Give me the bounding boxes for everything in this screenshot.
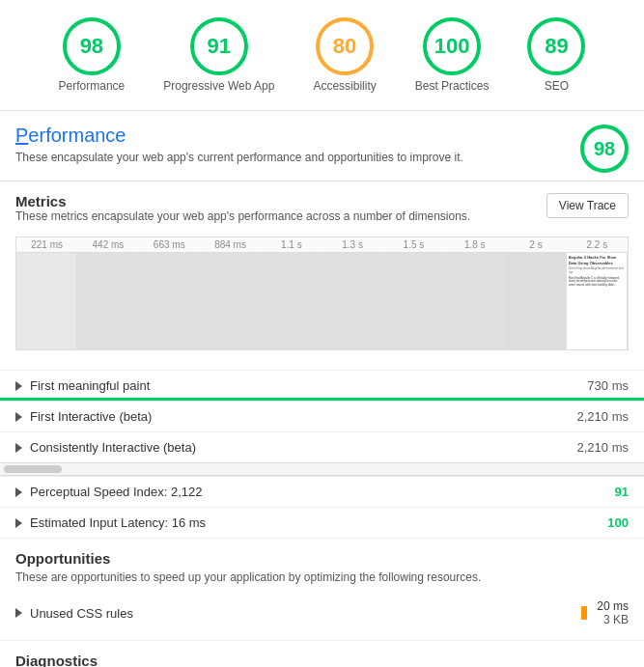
score-label-best-practices: Best Practices	[415, 79, 490, 93]
opportunities-title: Opportunities	[15, 550, 629, 567]
chevron-icon-1	[15, 412, 22, 422]
timeline-label-6: 1.5 s	[383, 239, 444, 250]
metric-value-2: 2,210 ms	[577, 440, 629, 455]
metric-row-first-interactive[interactable]: First Interactive (beta) 2,210 ms	[0, 401, 644, 431]
frame-1	[77, 253, 138, 349]
metric-name-0: First meaningful paint	[30, 378, 579, 393]
score-card-pwa[interactable]: 91 Progressive Web App	[144, 10, 294, 100]
score-label-pwa: Progressive Web App	[163, 79, 274, 93]
score-card-best-practices[interactable]: 100 Best Practices	[396, 10, 509, 100]
score-circle-performance: 98	[63, 17, 121, 75]
opp-values: 20 ms 3 KB	[597, 599, 629, 626]
perf-title-p: P	[15, 125, 28, 146]
frame-9: Angular 5 Hacks For Slow Data Using Obse…	[567, 253, 628, 349]
opportunities-desc: These are opportunities to speed up your…	[15, 570, 629, 584]
chevron-icon-4	[15, 518, 22, 528]
chevron-icon-2	[15, 443, 22, 453]
frame-7	[444, 253, 505, 349]
horizontal-scrollbar[interactable]	[0, 462, 644, 476]
frame-0	[16, 253, 77, 349]
frame-6	[383, 253, 444, 349]
metric-name-2: Consistently Interactive (beta)	[30, 440, 570, 455]
view-trace-button[interactable]: View Trace	[546, 193, 629, 218]
score-label-performance: Performance	[59, 79, 126, 93]
timeline-label-7: 1.8 s	[444, 239, 505, 250]
metric-score-latency: 100	[600, 515, 629, 530]
diagnostics-section: Diagnostics More information about the p…	[0, 640, 644, 667]
perf-score-circle: 98	[580, 125, 629, 173]
perf-title-rest: erformance	[28, 125, 126, 146]
timeline-label-5: 1.3 s	[322, 239, 382, 250]
opp-row-unused-css[interactable]: Unused CSS rules 20 ms 3 KB	[15, 594, 629, 632]
metric-name-perceptual: Perceptual Speed Index: 2,122	[30, 485, 592, 499]
score-circle-seo: 89	[527, 17, 585, 75]
timeline-label-2: 663 ms	[139, 239, 200, 250]
timeline-label-1: 442 ms	[77, 239, 138, 250]
timeline-labels: 221 ms 442 ms 663 ms 884 ms 1.1 s 1.3 s …	[16, 237, 628, 253]
opp-bar	[581, 606, 587, 620]
chevron-icon-3	[15, 487, 22, 497]
diagnostics-title: Diagnostics	[15, 653, 629, 667]
score-card-performance[interactable]: 98 Performance	[40, 10, 145, 100]
score-circle-pwa: 91	[190, 17, 248, 75]
opp-value-ms: 20 ms	[597, 599, 629, 613]
frame-8	[505, 253, 566, 349]
metric-name-latency: Estimated Input Latency: 16 ms	[30, 515, 592, 530]
opp-value-kb: 3 KB	[603, 613, 629, 626]
timeline: 221 ms 442 ms 663 ms 884 ms 1.1 s 1.3 s …	[15, 236, 629, 350]
perf-subtitle: These encapsulate your web app's current…	[15, 151, 463, 164]
opportunities-section: Opportunities These are opportunities to…	[0, 538, 644, 640]
score-circle-accessibility: 80	[316, 17, 374, 75]
metric-row-input-latency[interactable]: Estimated Input Latency: 16 ms 100	[0, 507, 644, 538]
timeline-frames: Angular 5 Hacks For Slow Data Using Obse…	[16, 253, 628, 349]
performance-header: Performance These encapsulate your web a…	[0, 111, 644, 181]
score-circle-best-practices: 100	[423, 17, 481, 75]
scroll-thumb[interactable]	[4, 465, 62, 473]
perf-header-left: Performance These encapsulate your web a…	[15, 125, 463, 164]
metric-value-0: 730 ms	[587, 378, 629, 393]
metric-row-perceptual-speed[interactable]: Perceptual Speed Index: 2,122 91	[0, 476, 644, 507]
frame-5	[322, 253, 382, 349]
metrics-desc: These metrics encapsulate your web app's…	[15, 209, 470, 223]
opp-name-0: Unused CSS rules	[30, 606, 581, 621]
metrics-section: Metrics These metrics encapsulate your w…	[0, 181, 644, 370]
timeline-label-9: 2.2 s	[567, 239, 628, 250]
metric-name-1: First Interactive (beta)	[30, 409, 570, 424]
frame-4	[261, 253, 322, 349]
frame-2	[139, 253, 200, 349]
metric-score-perceptual: 91	[600, 485, 629, 499]
metrics-header: Metrics These metrics encapsulate your w…	[15, 193, 629, 233]
score-card-accessibility[interactable]: 80 Accessibility	[294, 10, 395, 100]
metric-value-1: 2,210 ms	[577, 409, 629, 424]
timeline-label-3: 884 ms	[200, 239, 261, 250]
timeline-label-0: 221 ms	[16, 239, 77, 250]
frame-3	[200, 253, 261, 349]
metric-row-first-meaningful[interactable]: First meaningful paint 730 ms	[0, 370, 644, 401]
score-label-seo: SEO	[545, 79, 569, 93]
metrics-title: Metrics	[15, 193, 470, 209]
timeline-label-4: 1.1 s	[261, 239, 322, 250]
perf-title: Performance	[15, 125, 463, 147]
timeline-label-8: 2 s	[505, 239, 566, 250]
opp-bar-area	[581, 606, 591, 620]
score-label-accessibility: Accessibility	[313, 79, 376, 93]
chevron-icon-0	[15, 381, 22, 391]
metrics-title-group: Metrics These metrics encapsulate your w…	[15, 193, 470, 233]
score-card-seo[interactable]: 89 SEO	[508, 10, 604, 100]
metric-row-consistently-interactive[interactable]: Consistently Interactive (beta) 2,210 ms	[0, 431, 644, 462]
chevron-icon-opp-0	[15, 608, 22, 618]
score-cards-row: 98 Performance 91 Progressive Web App 80…	[0, 0, 644, 111]
